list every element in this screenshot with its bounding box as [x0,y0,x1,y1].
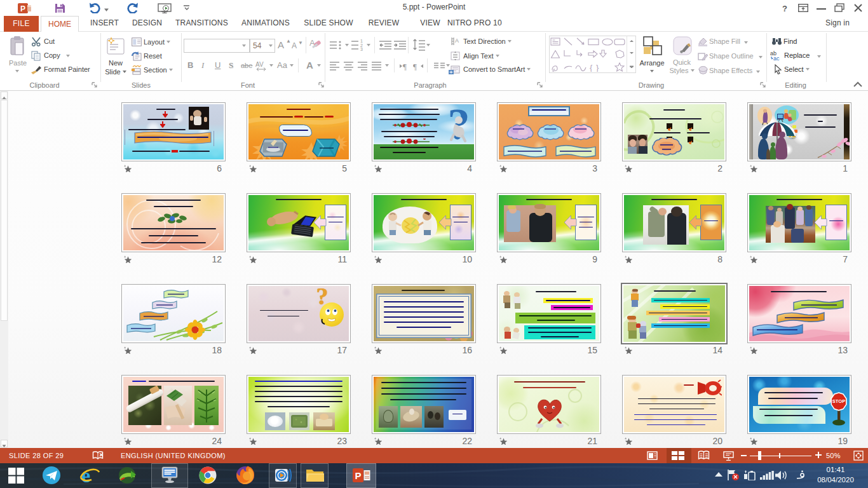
svg-text:A: A [455,37,459,44]
svg-text:P: P [355,470,361,481]
svg-text:P: P [20,4,25,13]
svg-text:}: } [596,63,599,72]
svg-text:c: c [776,55,780,61]
svg-text:STOP: STOP [832,398,845,404]
svg-text:AV: AV [255,61,264,68]
svg-text:1: 1 [360,39,363,43]
svg-text:¶: ¶ [403,62,407,71]
svg-text:3: 3 [360,47,363,51]
svg-text:{: { [590,63,593,72]
svg-text:¶: ¶ [413,62,417,71]
svg-text:?: ? [782,4,787,13]
